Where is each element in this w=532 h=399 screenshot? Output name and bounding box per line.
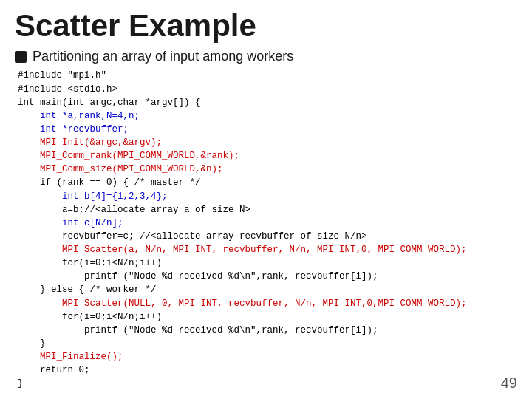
code-line-17: } else { /* worker */ — [18, 283, 517, 296]
code-line-16: printf ("Node %d received %d\n",rank, re… — [18, 270, 517, 283]
code-line-5: int *recvbuffer; — [18, 123, 517, 136]
code-line-14: MPI_Scatter(a, N/n, MPI_INT, recvbuffer,… — [18, 243, 517, 256]
code-line-4: int *a,rank,N=4,n; — [18, 109, 517, 123]
bullet-icon-1 — [15, 51, 27, 63]
page-title: Scatter Example — [15, 7, 517, 44]
code-line-9: if (rank == 0) { /* master */ — [18, 176, 517, 189]
code-line-6: MPI_Init(&argc,&argv); — [18, 136, 517, 149]
code-line-20: printf ("Node %d received %d\n",rank, re… — [18, 324, 517, 337]
code-line-2: #include <stdio.h> — [18, 83, 517, 96]
code-line-15: for(i=0;i<N/n;i++) — [18, 256, 517, 270]
code-line-8: MPI_Comm_size(MPI_COMM_WORLD,&n); — [18, 163, 517, 176]
code-line-13: recvbuffer=c; //<allocate array recvbuff… — [18, 230, 517, 243]
code-line-24: } — [18, 377, 517, 390]
code-line-1: #include "mpi.h" — [18, 69, 517, 82]
code-line-10: int b[4]={1,2,3,4}; — [18, 190, 517, 203]
code-line-7: MPI_Comm_rank(MPI_COMM_WORLD,&rank); — [18, 149, 517, 163]
code-line-12: int c[N/n]; — [18, 216, 517, 230]
code-block: #include "mpi.h" #include <stdio.h> int … — [18, 69, 517, 390]
code-line-19: for(i=0;i<N/n;i++) — [18, 310, 517, 324]
code-line-3: int main(int argc,char *argv[]) { — [18, 96, 517, 109]
code-line-11: a=b;//<allocate array a of size N> — [18, 203, 517, 216]
code-line-23: return 0; — [18, 364, 517, 377]
code-line-22: MPI_Finalize(); — [18, 350, 517, 364]
bullet-1-text: Partitioning an array of input among wor… — [33, 49, 293, 64]
code-line-21: } — [18, 337, 517, 350]
page-number: 49 — [501, 375, 517, 392]
code-line-18: MPI_Scatter(NULL, 0, MPI_INT, recvbuffer… — [18, 297, 517, 310]
